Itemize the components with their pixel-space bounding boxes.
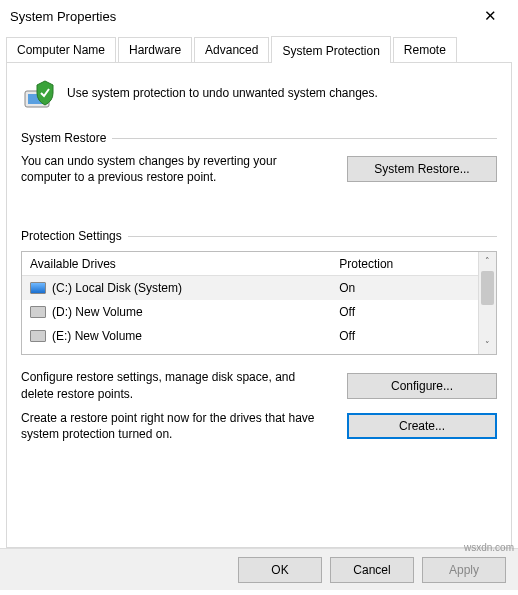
cancel-button[interactable]: Cancel <box>330 557 414 583</box>
create-text: Create a restore point right now for the… <box>21 410 329 442</box>
group-protection-settings: Protection Settings <box>21 229 497 243</box>
group-label-settings: Protection Settings <box>21 229 122 243</box>
col-protection: Protection <box>335 257 478 271</box>
tabs: Computer Name Hardware Advanced System P… <box>0 36 518 62</box>
apply-button[interactable]: Apply <box>422 557 506 583</box>
scroll-thumb[interactable] <box>481 271 494 305</box>
tab-panel-system-protection: Use system protection to undo unwanted s… <box>6 62 512 548</box>
system-restore-button[interactable]: System Restore... <box>347 156 497 182</box>
disk-icon <box>30 306 46 318</box>
drive-table: Available Drives Protection (C:) Local D… <box>21 251 497 355</box>
disk-icon <box>30 330 46 342</box>
intro-text: Use system protection to undo unwanted s… <box>67 85 497 101</box>
create-button[interactable]: Create... <box>347 413 497 439</box>
configure-button[interactable]: Configure... <box>347 373 497 399</box>
scroll-down-icon[interactable]: ˅ <box>479 336 496 354</box>
divider <box>128 236 497 237</box>
disk-icon <box>30 282 46 294</box>
watermark: wsxdn.com <box>464 542 514 553</box>
table-row[interactable]: (C:) Local Disk (System) On <box>22 276 478 300</box>
drive-protection: On <box>335 281 478 295</box>
scroll-track[interactable] <box>479 306 496 336</box>
close-icon[interactable]: ✕ <box>470 1 510 31</box>
restore-text: You can undo system changes by reverting… <box>21 153 329 185</box>
configure-row: Configure restore settings, manage disk … <box>21 369 497 401</box>
drive-protection: Off <box>335 329 478 343</box>
divider <box>112 138 497 139</box>
system-protection-icon <box>21 75 57 111</box>
table-row[interactable]: (E:) New Volume Off <box>22 324 478 348</box>
tab-remote[interactable]: Remote <box>393 37 457 62</box>
ok-button[interactable]: OK <box>238 557 322 583</box>
scrollbar[interactable]: ˄ ˅ <box>478 252 496 354</box>
configure-text: Configure restore settings, manage disk … <box>21 369 329 401</box>
tab-advanced[interactable]: Advanced <box>194 37 269 62</box>
drive-protection: Off <box>335 305 478 319</box>
tab-computer-name[interactable]: Computer Name <box>6 37 116 62</box>
drive-name: (C:) Local Disk (System) <box>52 281 182 295</box>
col-available-drives: Available Drives <box>22 257 335 271</box>
table-header: Available Drives Protection <box>22 252 478 276</box>
group-label-restore: System Restore <box>21 131 106 145</box>
scroll-up-icon[interactable]: ˄ <box>479 252 496 270</box>
drive-name: (E:) New Volume <box>52 329 142 343</box>
titlebar: System Properties ✕ <box>0 0 518 32</box>
create-row: Create a restore point right now for the… <box>21 410 497 442</box>
restore-row: You can undo system changes by reverting… <box>21 153 497 185</box>
dialog-buttons: OK Cancel Apply <box>0 548 518 590</box>
tab-hardware[interactable]: Hardware <box>118 37 192 62</box>
drive-name: (D:) New Volume <box>52 305 143 319</box>
window-title: System Properties <box>10 9 116 24</box>
intro: Use system protection to undo unwanted s… <box>21 75 497 111</box>
tab-system-protection[interactable]: System Protection <box>271 36 390 63</box>
table-row[interactable]: (D:) New Volume Off <box>22 300 478 324</box>
group-system-restore: System Restore <box>21 131 497 145</box>
